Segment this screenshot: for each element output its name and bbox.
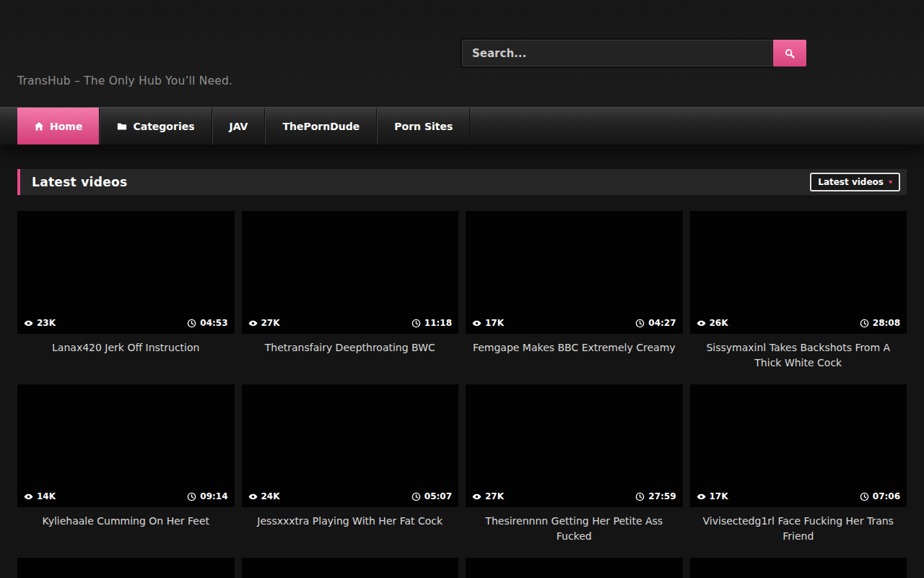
home-icon — [34, 121, 44, 131]
sort-dropdown[interactable]: Latest videos ▾ — [810, 173, 900, 191]
video-thumbnail[interactable]: 27K 11:18 — [242, 211, 459, 334]
nav-tab-theporndude[interactable]: ThePornDude — [265, 108, 377, 144]
nav-tab-label: Porn Sites — [394, 121, 453, 132]
video-thumbnail[interactable]: 27K 27:59 — [466, 384, 683, 507]
video-thumbnail[interactable] — [242, 558, 459, 578]
magnifier-icon — [785, 48, 795, 59]
clock-icon — [635, 319, 645, 328]
eye-icon — [24, 492, 33, 501]
video-duration: 05:07 — [411, 491, 452, 501]
clock-icon — [635, 492, 645, 501]
video-duration: 04:27 — [635, 318, 676, 328]
site-header: TransHub – The Only Hub You’ll Need. — [0, 0, 924, 107]
nav-tab-categories[interactable]: Categories — [100, 108, 212, 144]
video-card[interactable]: 17K 04:27 Femgape Makes BBC Extremely Cr… — [466, 211, 683, 384]
video-meta: 27K 27:59 — [472, 491, 676, 501]
main-content: Latest videos Latest videos ▾ 23K — [0, 169, 924, 578]
video-title[interactable]: Lanax420 Jerk Off Instruction — [17, 340, 235, 355]
video-card[interactable]: 27K 27:59 Thesirennnn Getting Her Petite… — [466, 384, 683, 558]
video-meta: 17K 04:27 — [472, 318, 676, 328]
search-input[interactable] — [462, 40, 772, 66]
video-thumbnail[interactable] — [690, 558, 907, 578]
video-meta: 24K 05:07 — [248, 491, 453, 501]
video-meta: 14K 09:14 — [24, 491, 228, 501]
video-title[interactable]: Femgape Makes BBC Extremely Creamy — [466, 340, 683, 355]
nav-tab-label: ThePornDude — [282, 121, 359, 132]
clock-icon — [860, 319, 869, 328]
nav-tab-jav[interactable]: JAV — [212, 108, 266, 144]
eye-icon — [248, 319, 258, 328]
clock-icon — [860, 492, 869, 501]
video-thumbnail[interactable]: 26K 28:08 — [690, 211, 907, 334]
video-title[interactable]: Vivisectedg1rl Face Fucking Her Trans Fr… — [690, 514, 907, 544]
video-thumbnail[interactable]: 17K 04:27 — [466, 211, 683, 334]
view-count: 17K — [697, 491, 728, 501]
clock-icon — [411, 492, 421, 501]
site-tagline: TransHub – The Only Hub You’ll Need. — [17, 74, 232, 87]
video-meta: 26K 28:08 — [697, 318, 901, 328]
video-card[interactable] — [690, 558, 907, 578]
video-card[interactable] — [466, 558, 683, 578]
video-card[interactable]: 14K 09:14 Kyliehaale Cumming On Her Feet — [17, 384, 235, 558]
section-title: Latest videos — [32, 175, 127, 189]
section-accent-bar — [17, 169, 20, 195]
video-thumbnail[interactable]: 14K 09:14 — [17, 384, 235, 507]
clock-icon — [411, 319, 421, 328]
clock-icon — [187, 492, 196, 501]
view-count: 26K — [697, 318, 728, 328]
video-duration: 11:18 — [411, 318, 452, 328]
chevron-down-icon: ▾ — [889, 178, 892, 186]
video-duration: 28:08 — [860, 318, 900, 328]
eye-icon — [472, 492, 481, 501]
video-duration: 27:59 — [635, 491, 676, 501]
video-thumbnail[interactable]: 17K 07:06 — [690, 384, 907, 507]
clock-icon — [187, 319, 196, 328]
video-title[interactable]: Sissymaxinl Takes Backshots From A Thick… — [690, 340, 907, 371]
video-thumbnail[interactable]: 24K 05:07 — [242, 384, 459, 507]
section-header: Latest videos Latest videos ▾ — [17, 169, 907, 195]
video-thumbnail[interactable]: 23K 04:53 — [17, 211, 235, 334]
video-title[interactable]: Thesirennnn Getting Her Petite Ass Fucke… — [466, 514, 683, 544]
video-duration: 09:14 — [187, 491, 227, 501]
eye-icon — [24, 319, 33, 328]
nav-tab-porn-sites[interactable]: Porn Sites — [377, 108, 470, 144]
video-duration: 04:53 — [187, 318, 227, 328]
view-count: 24K — [248, 491, 280, 501]
nav-tab-home[interactable]: Home — [17, 108, 100, 144]
video-thumbnail[interactable] — [17, 558, 235, 578]
video-title[interactable]: Jessxxxtra Playing With Her Fat Cock — [242, 514, 459, 529]
main-nav: Home Categories JAV ThePornDude Porn Sit… — [0, 107, 924, 144]
eye-icon — [248, 492, 258, 501]
video-duration: 07:06 — [860, 491, 900, 501]
search-bar — [462, 40, 806, 66]
video-thumbnail[interactable] — [466, 558, 683, 578]
video-card[interactable]: 27K 11:18 Thetransfairy Deepthroating BW… — [242, 211, 459, 384]
eye-icon — [697, 492, 706, 501]
nav-tab-label: Home — [50, 121, 82, 132]
video-card[interactable]: 24K 05:07 Jessxxxtra Playing With Her Fa… — [242, 384, 459, 558]
eye-icon — [472, 319, 481, 328]
nav-tab-label: Categories — [133, 121, 194, 132]
video-grid: 23K 04:53 Lanax420 Jerk Off Instruction — [17, 211, 907, 578]
video-card[interactable] — [17, 558, 235, 578]
view-count: 27K — [248, 318, 280, 328]
view-count: 27K — [472, 491, 504, 501]
video-title[interactable]: Thetransfairy Deepthroating BWC — [242, 340, 459, 355]
video-meta: 23K 04:53 — [24, 318, 228, 328]
video-meta: 17K 07:06 — [697, 491, 901, 501]
folder-icon — [117, 121, 127, 131]
sort-dropdown-label: Latest videos — [818, 177, 884, 187]
search-button[interactable] — [773, 40, 806, 66]
video-meta: 27K 11:18 — [248, 318, 453, 328]
view-count: 14K — [24, 491, 56, 501]
view-count: 17K — [472, 318, 504, 328]
video-card[interactable]: 17K 07:06 Vivisectedg1rl Face Fucking He… — [690, 384, 907, 558]
nav-tab-label: JAV — [230, 121, 248, 132]
video-title[interactable]: Kyliehaale Cumming On Her Feet — [17, 514, 235, 529]
eye-icon — [697, 319, 706, 328]
video-card[interactable]: 23K 04:53 Lanax420 Jerk Off Instruction — [17, 211, 235, 384]
view-count: 23K — [24, 318, 56, 328]
video-card[interactable] — [242, 558, 459, 578]
video-card[interactable]: 26K 28:08 Sissymaxinl Takes Backshots Fr… — [690, 211, 907, 384]
